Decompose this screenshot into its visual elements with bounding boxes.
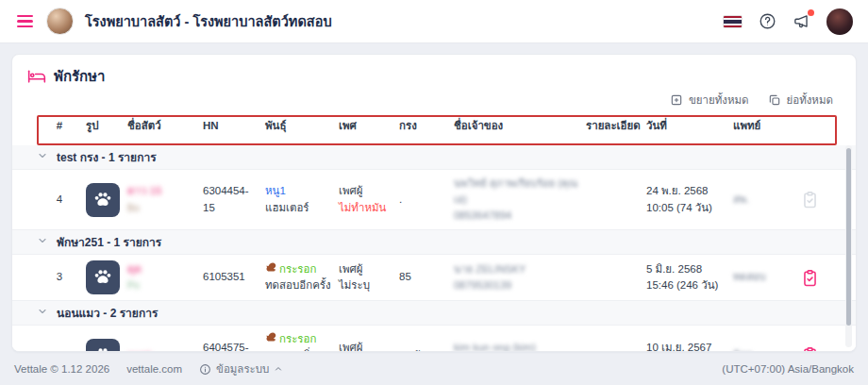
pet-name-sub-blur: Po xyxy=(127,278,140,293)
species-cell: กระรอกทดสอบอีกครั้ง xyxy=(265,261,339,294)
row-number: 1 xyxy=(39,347,86,351)
notification-dot xyxy=(808,9,814,16)
table-header-row: #รูปชื่อสัตว์HNพันธุ์เพศกรงชื่อเจ้าของรา… xyxy=(12,111,856,142)
pet-name-sub-blur: Bo xyxy=(127,201,140,216)
pet-name-cell: punt xyxy=(127,347,203,351)
squirrel-icon xyxy=(265,261,276,277)
pet-name-redacted: ดุด xyxy=(127,261,197,277)
owner-cell: นพวิทย์ สุภาพเรียบร้อย (คุณเอ)0853647894 xyxy=(454,176,586,224)
species-cell: หนู1แฮมเตอร์ xyxy=(265,183,339,216)
owner-name-redacted: นาย ZELINSKY xyxy=(454,261,580,277)
chevron-down-icon xyxy=(37,306,48,320)
sex-cell: เพศผู้ไม่ทำหมัน xyxy=(339,183,399,216)
chevron-up-icon xyxy=(274,364,283,374)
thai-flag-icon[interactable] xyxy=(723,15,743,28)
owner-cell: kim kun ong (kim)0852298351 xyxy=(454,340,586,351)
group-row[interactable]: พักษา251 - 1 รายการ xyxy=(12,230,856,255)
column-header-owner: ชื่อเจ้าของ xyxy=(454,118,586,134)
pet-name-sub-redacted: Bo xyxy=(127,200,197,216)
owner-name-blur: kim kun ong (kim) xyxy=(454,340,536,351)
action-cell xyxy=(788,191,837,209)
user-avatar[interactable] xyxy=(826,8,853,35)
sex-value: เพศผู้ xyxy=(339,340,393,351)
owner-name-blur: นพวิทย์ สุภาพเรียบร้อย (คุณเอ) xyxy=(454,176,580,207)
owner-phone-blur: 0853647894 xyxy=(454,208,511,224)
date-value: 5 มิ.ย. 2568 xyxy=(646,261,727,277)
cage-cell: หอพัก1 xyxy=(399,347,454,351)
menu-icon[interactable] xyxy=(15,11,35,32)
help-icon[interactable] xyxy=(759,12,776,30)
table-body: test กรง - 1 รายการ4ดาว 15Bo6304454-15หน… xyxy=(12,145,856,351)
squirrel-icon xyxy=(265,331,276,347)
collapse-all-button[interactable]: ย่อทั้งหมด xyxy=(768,92,833,109)
hn-cell: 6304454-15 xyxy=(203,183,265,216)
pet-photo-paw-icon[interactable] xyxy=(86,339,120,351)
species-name[interactable]: หนู1 xyxy=(265,183,286,199)
bed-icon xyxy=(27,67,46,86)
pet-name-redacted: punt xyxy=(127,347,197,351)
column-header-species: พันธุ์ xyxy=(265,118,339,134)
table-row[interactable]: 1punt6404575-01กระรอกทดสอบเพิ่มพันธุ์สัต… xyxy=(12,326,856,351)
scrollbar-thumb[interactable] xyxy=(846,148,851,326)
pet-photo-paw-icon[interactable] xyxy=(86,183,120,217)
sex-cell: เพศผู้ไม่ระบุ xyxy=(339,261,399,294)
expand-all-button[interactable]: ขยายทั้งหมด xyxy=(670,92,749,109)
sterile-status: ไม่ระบุ xyxy=(339,277,393,293)
owner-phone-blur: 0879530139 xyxy=(454,277,511,293)
owner-phone-redacted: 0879530139 xyxy=(454,277,580,293)
expand-all-icon xyxy=(670,93,683,107)
clinic-avatar[interactable] xyxy=(46,8,74,35)
owner-name-blur: นาย ZELINSKY xyxy=(454,261,526,277)
group-row[interactable]: นอนแมว - 2 รายการ xyxy=(12,301,856,326)
pet-name-cell: ดาว 15Bo xyxy=(127,183,203,216)
table-row[interactable]: 4ดาว 15Bo6304454-15หนู1แฮมเตอร์เพศผู้ไม่… xyxy=(12,170,856,230)
species-cell: กระรอกทดสอบเพิ่มพันธุ์สัตว์ xyxy=(265,331,339,351)
footer-copyright: Vettale © 1.12 2026 xyxy=(14,363,109,375)
row-number: 4 xyxy=(39,192,86,208)
pet-photo-paw-icon[interactable] xyxy=(86,260,120,294)
owner-cell: นาย ZELINSKY0879530139 xyxy=(454,261,586,294)
system-info-toggle[interactable]: ข้อมูลระบบ xyxy=(199,360,283,377)
owner-phone-redacted: 0853647894 xyxy=(454,208,580,224)
sex-cell: เพศผู้ไม่ทำหมัน xyxy=(339,340,399,351)
pet-name-blur: punt xyxy=(127,347,151,351)
footer-site-link[interactable]: vettale.com xyxy=(126,363,182,375)
date-value: 24 พ.ย. 2568 xyxy=(646,183,727,199)
breed-name: แฮมเตอร์ xyxy=(265,200,333,216)
owner-name-redacted: kim kun ong (kim) xyxy=(454,340,580,351)
chevron-down-icon xyxy=(37,150,48,164)
table-row[interactable]: 3ดุดPo6105351กระรอกทดสอบอีกครั้งเพศผู้ไม… xyxy=(12,255,856,301)
column-header-photo: รูป xyxy=(86,118,127,134)
group-row[interactable]: test กรง - 1 รายการ xyxy=(12,145,856,170)
date-value: 10 เม.ย. 2567 xyxy=(646,340,727,351)
clipboard-check-icon[interactable] xyxy=(801,346,819,351)
cage-cell: . xyxy=(399,192,454,208)
info-circle-icon xyxy=(199,363,211,376)
doctor-name-blur: ดิลก xyxy=(733,347,753,351)
group-label: test กรง - 1 รายการ xyxy=(57,148,157,166)
date-cell: 5 มิ.ย. 256815:46 (246 วัน) xyxy=(646,261,733,294)
column-header-hn: HN xyxy=(203,118,265,134)
pet-name-blur: ดาว 15 xyxy=(127,183,161,199)
announcements-megaphone-icon[interactable] xyxy=(793,12,810,30)
species-name: กระรอก xyxy=(279,331,316,347)
clipboard-check-icon[interactable] xyxy=(801,269,819,287)
group-label: นอนแมว - 2 รายการ xyxy=(57,304,158,322)
column-header-sex: เพศ xyxy=(339,118,399,134)
date-cell: 24 พ.ย. 256810:05 (74 วัน) xyxy=(646,183,733,216)
system-info-label: ข้อมูลระบบ xyxy=(216,360,269,377)
cage-cell: 85 xyxy=(399,269,454,285)
hn-cell: 6105351 xyxy=(203,269,265,285)
chevron-down-icon xyxy=(37,235,48,249)
date-cell: 10 เม.ย. 256709:31 (667 วัน) xyxy=(646,340,733,351)
group-label: พักษา251 - 1 รายการ xyxy=(57,233,161,251)
doctor-cell: สพ. xyxy=(733,192,788,208)
sterile-status: ไม่ทำหมัน xyxy=(339,200,393,216)
action-cell xyxy=(788,269,837,287)
pet-name-blur: ดุด xyxy=(127,261,142,277)
doctor-name-blur: ทดสอบ xyxy=(733,269,766,285)
topbar: โรงพยาบาลสัตว์ - โรงพยาบาลสัตว์ทดสอบ xyxy=(0,0,868,43)
column-header-num: # xyxy=(39,118,86,134)
breed-name: ทดสอบเพิ่มพันธุ์สัตว์ xyxy=(265,347,333,351)
collapse-all-icon xyxy=(768,93,781,107)
